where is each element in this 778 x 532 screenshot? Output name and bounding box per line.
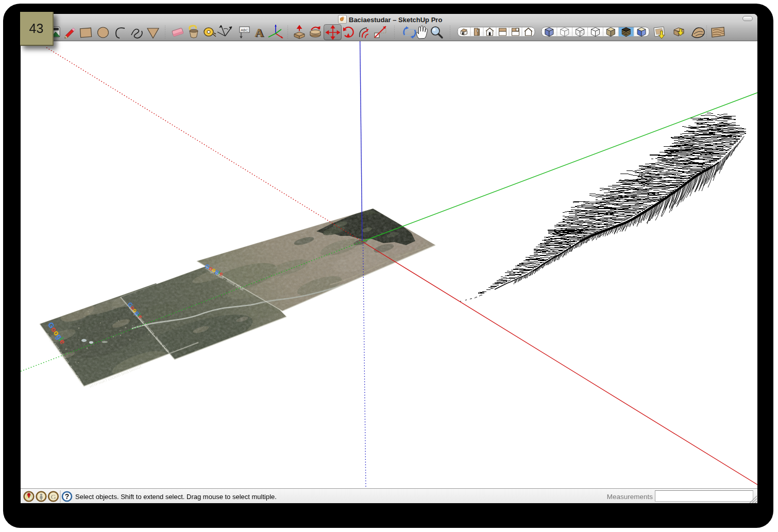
svg-text:G: G bbox=[51, 493, 56, 501]
svg-text:Select objects. Shift to exten: Select objects. Shift to extend select. … bbox=[75, 493, 277, 501]
svg-text:?: ? bbox=[65, 492, 70, 501]
svg-text:ABC: ABC bbox=[241, 28, 248, 32]
svg-text:Measurements: Measurements bbox=[607, 493, 653, 501]
svg-text:A: A bbox=[255, 26, 264, 39]
